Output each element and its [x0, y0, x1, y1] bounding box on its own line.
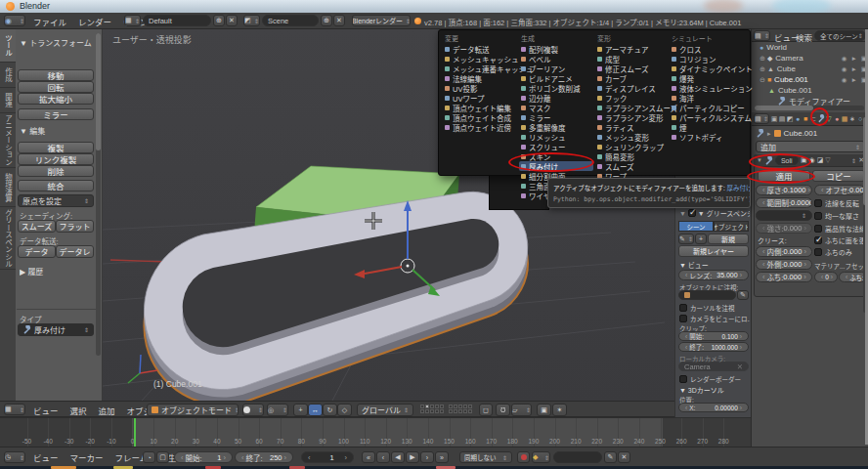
local-camera-field[interactable]: Camera✕ [678, 362, 749, 371]
keying-set-icon[interactable]: ◆⇕ [532, 451, 550, 463]
menu-item[interactable]: スクリュー [519, 142, 593, 151]
menu-item[interactable]: シュリンクラップ [595, 142, 668, 151]
gp-object-button[interactable]: オブジェクト [714, 221, 749, 232]
menu-item[interactable]: メッシュキャッシュ [443, 54, 517, 64]
delete-button[interactable]: 削除 [18, 165, 94, 177]
snap-element-dropdown[interactable]: ▱⇕ [511, 404, 532, 416]
crease-inner-field[interactable]: 内側:0.000 [756, 246, 812, 257]
layer-dot[interactable] [458, 405, 462, 408]
eye-toggle-icon[interactable]: ◉ [809, 156, 815, 164]
close-scene-button[interactable]: ✕ [333, 15, 345, 26]
scale-button[interactable]: 拡大縮小 [18, 93, 94, 105]
layer-dot[interactable] [425, 409, 429, 413]
menu-item[interactable]: 簡易変形 [595, 151, 668, 161]
select-icon[interactable]: ► [850, 76, 856, 83]
menu-item[interactable]: 辺分離 [519, 93, 593, 103]
grease-pencil-panel-header[interactable]: ▼ ▼ グリースペンシルレイ [679, 208, 750, 218]
frame-end-field[interactable]: 終了:250 [235, 451, 293, 463]
play-button[interactable]: ▶ [406, 451, 419, 463]
viewport-menu-item[interactable]: 選択 [65, 403, 93, 418]
outliner-row[interactable]: ●World [760, 42, 868, 53]
data-transfer-button[interactable]: データ [18, 245, 56, 258]
menu-item[interactable]: クロス [670, 44, 748, 54]
operator-type-dropdown[interactable]: 厚み付け⇕ [18, 323, 94, 336]
editor-type-button[interactable]: ◷⇕ [4, 451, 25, 463]
shelf-tab-4[interactable]: アニメーション [0, 113, 16, 168]
menu-item[interactable]: コリジョン [670, 54, 748, 64]
gp-scene-button[interactable]: シーン [678, 221, 714, 232]
menu-item[interactable]: ミラー [519, 112, 593, 122]
keying-set-field[interactable] [553, 451, 602, 463]
menu-item[interactable]: 煙 [670, 122, 748, 132]
even-thickness-check[interactable]: 均一な厚さ [814, 211, 867, 221]
menu-item[interactable]: フック [595, 93, 668, 103]
expand-toggle-icon[interactable]: ⊕ [760, 65, 765, 73]
layer-dot[interactable] [420, 405, 424, 408]
menu-item[interactable]: マスク [519, 103, 593, 112]
menu-item[interactable]: メッシュ連番キャッシュ [443, 64, 517, 73]
menu-item[interactable]: 成型 [595, 54, 668, 64]
info-menu-item[interactable]: レンダー [72, 14, 117, 29]
current-frame-field[interactable]: 1 [301, 451, 354, 463]
menu-item[interactable]: ラティス [595, 122, 668, 132]
jump-end-button[interactable]: » [435, 451, 449, 463]
shelf-tab-5[interactable]: 物理演算 [0, 168, 16, 207]
tab-object[interactable]: ■ [802, 114, 809, 123]
manipulator-toggle-button[interactable]: + [293, 404, 308, 416]
material-offset-value-field[interactable]: 0 [814, 272, 838, 282]
high-quality-check[interactable]: 高品質な法線 [814, 224, 867, 234]
menu-item[interactable]: 修正スムーズ [595, 64, 668, 73]
eye-icon[interactable]: ◉ [842, 65, 847, 73]
select-icon[interactable]: ► [850, 65, 856, 72]
layer-dot[interactable] [468, 405, 472, 408]
timeline-ruler[interactable]: -50-40-30-20-100102030405060708090100110… [0, 417, 751, 447]
menu-item[interactable]: UVワープ [443, 93, 517, 103]
next-frame-button[interactable]: › [420, 451, 434, 463]
insert-key-icon[interactable]: ✎ [604, 451, 617, 463]
menu-item[interactable]: データ転送 [443, 44, 517, 54]
menu-item[interactable]: アーマチュア [595, 44, 668, 54]
duplicate-linked-button[interactable]: リンク複製 [18, 153, 94, 165]
menu-item[interactable]: 海洋 [670, 93, 748, 103]
tab-render-layers[interactable]: ▤ [778, 114, 786, 123]
scale-manipulator-button[interactable]: ◇ [337, 404, 352, 416]
menu-item[interactable]: ラプラシアンスムーズ [595, 103, 668, 112]
jump-start-button[interactable]: « [362, 451, 375, 463]
scene-icon-button[interactable]: ◩⇕ [243, 15, 260, 26]
tab-data[interactable]: ▽ [825, 114, 833, 123]
viewport-menu-item[interactable]: ビュー [27, 403, 65, 418]
checkbox[interactable] [814, 212, 822, 220]
screen-layout-icon-button[interactable]: ▦⇕ [124, 15, 141, 26]
editor-type-button[interactable]: ▦⇕ [4, 404, 25, 415]
checkbox[interactable] [814, 199, 822, 207]
crease-outer-field[interactable]: 外側:0.000 [756, 259, 812, 270]
menu-item[interactable]: ディスプレイス [595, 83, 668, 93]
preview-range-icon[interactable]: ◔ [143, 451, 155, 463]
render-toggle-icon[interactable]: ▣ [801, 156, 807, 164]
offset-field[interactable]: オフセ:0.0000 [814, 185, 865, 195]
layer-dot[interactable] [420, 409, 424, 413]
timeline-menu-item[interactable]: マーカー [65, 449, 109, 465]
tool-shelf-scrollbar[interactable] [96, 33, 101, 356]
menu-item[interactable]: ベベル [519, 54, 593, 64]
view-panel-header[interactable]: ▼ ビュー [679, 260, 709, 270]
frame-start-field[interactable]: 開始:1 [174, 451, 233, 463]
layer-dot[interactable] [454, 409, 457, 413]
only-rim-check[interactable]: ふちのみ [814, 247, 867, 257]
expand-toggle-icon[interactable]: ⊕ [760, 55, 765, 63]
checkbox[interactable] [814, 236, 822, 244]
editor-type-button[interactable]: ◉⇕ [4, 15, 25, 26]
outliner-row[interactable]: ⊖■Cube.001◉►▣ [760, 74, 868, 85]
menu-item[interactable]: 多重解像度 [519, 122, 593, 132]
add-icon[interactable]: + [695, 234, 707, 244]
menu-item[interactable]: スキン [519, 151, 593, 161]
outliner-hscrollbar[interactable] [755, 106, 864, 110]
lock-icon[interactable]: ◻ [479, 404, 493, 416]
play-reverse-button[interactable]: ◀ [391, 451, 405, 463]
layer-dot[interactable] [463, 409, 467, 413]
viewport-shading-dropdown[interactable]: ⇕ [242, 404, 264, 416]
keying-lock-icon[interactable]: ▢ [156, 451, 169, 463]
outliner-row[interactable]: ⊕◆Camera◉►▣ [760, 53, 868, 64]
layer-dot[interactable] [449, 405, 453, 408]
outliner-row[interactable]: ⊕▲Cube◉►▣ [760, 64, 868, 74]
